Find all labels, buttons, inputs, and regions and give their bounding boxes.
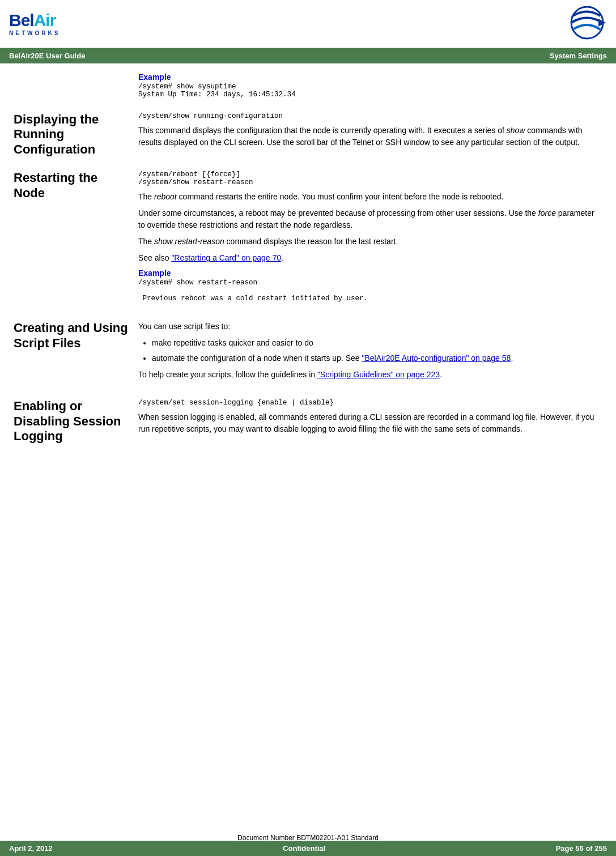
main-content: Example /system# show sysuptime System U… — [0, 63, 616, 502]
scripting-intro: You can use script files to: — [138, 321, 602, 333]
session-logging-code: /system/set session-logging {enable | di… — [138, 399, 602, 407]
restarting-example-code: /system# show restart-reason Previous re… — [138, 279, 602, 303]
logo-bel: Bel — [9, 11, 34, 29]
nav-right: System Settings — [550, 52, 607, 60]
intro-code: /system# show sysuptime System Up Time: … — [138, 83, 602, 99]
page-header: BelAir NETWORKS — [0, 0, 616, 48]
footer-center: Confidential — [283, 844, 325, 853]
italic-reboot: reboot — [154, 192, 177, 201]
scripting-after-bullets: To help create your scripts, follow the … — [138, 369, 602, 381]
restarting-para-1: The reboot command restarts the entire n… — [138, 191, 602, 203]
restarting-para-3: The show restart-reason command displays… — [138, 236, 602, 248]
section-scripting: Creating and Using Script Files You can … — [14, 321, 602, 385]
logo-brand: BelAir — [9, 12, 60, 29]
scripting-link-2[interactable]: "Scripting Guidelines" on page 223 — [317, 370, 440, 379]
section-label-displaying: Displaying the Running Configuration — [14, 112, 138, 157]
footer-left: April 2, 2012 — [9, 844, 53, 853]
italic-force: force — [538, 208, 556, 218]
scripting-bullet-2: automate the configuration of a node whe… — [152, 352, 602, 364]
section-session-logging: Enabling or Disabling Session Logging /s… — [14, 399, 602, 444]
section-content-session-logging: /system/set session-logging {enable | di… — [138, 399, 602, 444]
logo-wrapper: BelAir NETWORKS — [9, 12, 60, 36]
restarting-example-label: Example — [138, 269, 602, 278]
scripting-bullet-1: make repetitive tasks quicker and easier… — [152, 337, 602, 349]
restarting-code: /system/reboot [{force}] /system/show re… — [138, 171, 602, 186]
session-logging-para: When session logging is enabled, all com… — [138, 411, 602, 435]
section-content-restarting: /system/reboot [{force}] /system/show re… — [138, 171, 602, 307]
italic-show-restart: show restart-reason — [154, 237, 224, 246]
logo-area: BelAir NETWORKS — [9, 12, 60, 36]
displaying-para: This command displays the configuration … — [138, 125, 602, 148]
section-label-restarting: Restarting the Node — [14, 171, 138, 307]
section-content-scripting: You can use script files to: make repeti… — [138, 321, 602, 385]
logo-air: Air — [34, 11, 56, 29]
footer-bar: April 2, 2012 Confidential Page 56 of 25… — [0, 841, 616, 856]
intro-section: Example /system# show sysuptime System U… — [14, 73, 602, 99]
section-label-scripting: Creating and Using Script Files — [14, 321, 138, 385]
right-logo-icon — [556, 5, 607, 43]
intro-example-label: Example — [138, 73, 602, 82]
section-restarting: Restarting the Node /system/reboot [{for… — [14, 171, 602, 307]
logo-sub: NETWORKS — [9, 30, 60, 36]
scripting-link-1[interactable]: "BelAir20E Auto-configuration" on page 5… — [362, 354, 511, 363]
nav-left: BelAir20E User Guide — [9, 52, 85, 60]
displaying-code: /system/show running-configuration — [138, 112, 602, 120]
section-label-session-logging: Enabling or Disabling Session Logging — [14, 399, 138, 444]
scripting-bullets: make repetitive tasks quicker and easier… — [152, 337, 602, 364]
italic-show: show — [507, 126, 525, 135]
section-displaying: Displaying the Running Configuration /sy… — [14, 112, 602, 157]
section-content-displaying: /system/show running-configuration This … — [138, 112, 602, 157]
footer-right: Page 56 of 255 — [556, 844, 607, 853]
nav-bar: BelAir20E User Guide System Settings — [0, 48, 616, 63]
restarting-para-4: See also "Restarting a Card" on page 70. — [138, 252, 602, 264]
restarting-para-2: Under some circumstances, a reboot may b… — [138, 207, 602, 231]
restarting-link[interactable]: "Restarting a Card" on page 70 — [171, 253, 281, 262]
